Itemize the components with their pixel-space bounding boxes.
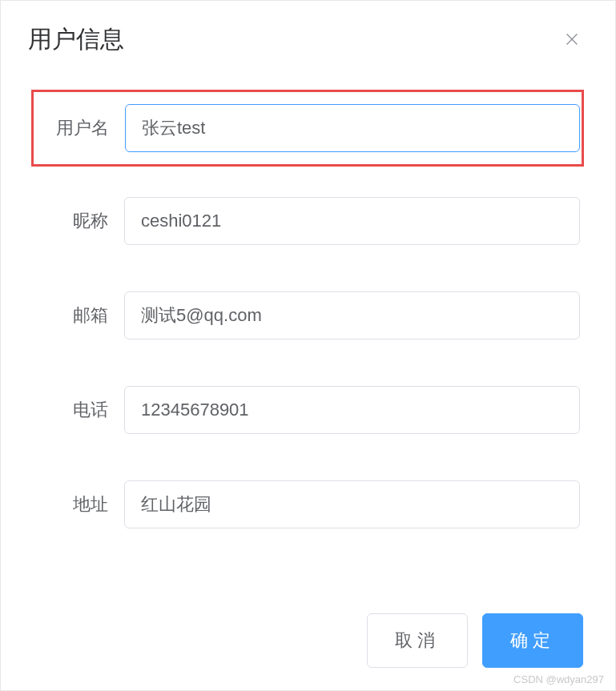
dialog-body: 用户名 昵称 邮箱 电话 地址 xyxy=(1,90,615,535)
close-button[interactable] xyxy=(562,30,582,49)
confirm-button[interactable]: 确定 xyxy=(482,613,583,668)
cancel-button[interactable]: 取消 xyxy=(367,613,468,668)
form-row-address: 地址 xyxy=(33,474,583,535)
dialog-title: 用户信息 xyxy=(28,23,588,56)
phone-input[interactable] xyxy=(124,386,580,434)
username-label: 用户名 xyxy=(37,116,125,140)
username-input[interactable] xyxy=(125,104,580,152)
close-icon xyxy=(563,30,581,48)
user-info-dialog: 用户信息 用户名 昵称 邮箱 电话 地址 xyxy=(0,0,616,691)
phone-label: 电话 xyxy=(36,398,124,422)
address-input[interactable] xyxy=(124,480,580,528)
nickname-label: 昵称 xyxy=(36,209,124,233)
address-label: 地址 xyxy=(36,492,124,516)
form-row-email: 邮箱 xyxy=(33,285,583,346)
form-row-username: 用户名 xyxy=(31,90,584,167)
email-label: 邮箱 xyxy=(36,303,124,327)
dialog-header: 用户信息 xyxy=(1,1,615,85)
nickname-input[interactable] xyxy=(124,197,580,245)
form-row-phone: 电话 xyxy=(33,380,583,440)
email-input[interactable] xyxy=(124,291,580,339)
form-row-nickname: 昵称 xyxy=(33,191,583,251)
watermark: CSDN @wdyan297 xyxy=(513,673,604,685)
dialog-footer: 取消 确定 xyxy=(367,613,583,668)
